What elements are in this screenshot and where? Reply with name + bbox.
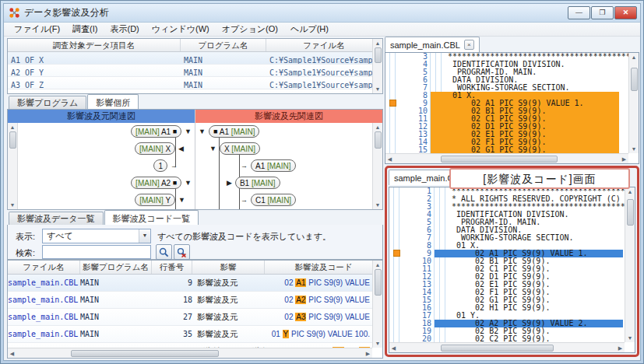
- menu-item[interactable]: ヘルプ(H): [285, 23, 334, 36]
- scroll-thumb[interactable]: [375, 131, 382, 149]
- scroll-down-arrow[interactable]: ▼: [9, 201, 17, 209]
- scroll-up-arrow[interactable]: ▲: [374, 261, 382, 269]
- program-cell: MAIN: [181, 52, 266, 64]
- clear-search-button[interactable]: [174, 244, 190, 260]
- scroll-thumb[interactable]: [71, 350, 219, 357]
- line-number: 4: [389, 211, 431, 219]
- tab-close-icon[interactable]: ×: [464, 40, 474, 50]
- data-item-node[interactable]: C1 [MAIN]: [251, 194, 296, 206]
- data-item-node[interactable]: X [MAIN]: [220, 142, 260, 155]
- line-number: 3: [385, 53, 428, 61]
- data-item-node[interactable]: [MAIN] X: [135, 142, 175, 155]
- menu-item[interactable]: ウィンドウ(W): [146, 23, 215, 36]
- line-number: 5: [389, 219, 431, 226]
- data-item-node[interactable]: [MAIN] Y: [135, 194, 175, 206]
- chevron-down-icon[interactable]: ▼: [139, 229, 150, 243]
- scroll-thumb[interactable]: [441, 156, 558, 163]
- search-input[interactable]: [42, 245, 151, 259]
- maximize-button[interactable]: ❐: [591, 6, 614, 19]
- menu-item[interactable]: オプション(O): [216, 23, 283, 36]
- expand-arrow-icon[interactable]: ◀: [178, 145, 184, 152]
- scroll-right-arrow[interactable]: ▶: [364, 349, 372, 358]
- table-row[interactable]: sample_main.CBL MAIN 9 影響波及元 02 A1 PIC S…: [8, 275, 372, 292]
- column-header-program[interactable]: プログラム名: [181, 39, 266, 51]
- scroll-up-arrow[interactable]: ▲: [9, 123, 17, 131]
- branch-arrow-icon[interactable]: ▼: [199, 128, 206, 135]
- display-filter-select[interactable]: すべて ▼: [42, 229, 151, 243]
- display-filter-value: すべて: [47, 230, 73, 242]
- menu-item[interactable]: ファイル(F): [9, 23, 65, 36]
- scroll-down-arrow[interactable]: ▼: [626, 334, 635, 342]
- impact-type-cell: 影響波及元: [192, 309, 265, 325]
- data-item-node[interactable]: [MAIN] A1 ■: [131, 125, 181, 138]
- scroll-down-arrow[interactable]: ▼: [374, 201, 382, 209]
- table-row[interactable]: A2 OF Y MAIN C:¥Sample1¥Source¥sampl: [8, 65, 372, 77]
- line-number: 1: [389, 187, 431, 195]
- column-header-program[interactable]: 影響プログラム名: [80, 261, 152, 274]
- table-row[interactable]: B1 OF X MAIN C:¥Sample1¥Source¥sampl: [8, 89, 372, 93]
- table-row[interactable]: A3 OF Z MAIN C:¥Sample1¥Source¥sampl: [8, 77, 372, 89]
- scroll-thumb[interactable]: [375, 269, 382, 296]
- scroll-left-arrow[interactable]: ◀: [385, 155, 394, 163]
- expand-arrow-icon[interactable]: ▼: [178, 196, 185, 204]
- table-row[interactable]: sample_main.CBL MAIN 27 影響波及元 02 A3 PIC …: [8, 309, 372, 326]
- scroll-up-arrow[interactable]: ▲: [630, 53, 639, 61]
- data-item-node[interactable]: ■ A1 [MAIN]: [209, 125, 260, 138]
- scroll-thumb[interactable]: [627, 199, 634, 226]
- program-cell: MAIN: [80, 275, 152, 291]
- data-item-node[interactable]: [MAIN] A2 ■: [131, 177, 181, 189]
- column-header-line[interactable]: 行番号: [152, 261, 192, 274]
- scroll-right-arrow[interactable]: ▶: [616, 344, 625, 352]
- scroll-down-arrow[interactable]: ▼: [374, 339, 382, 348]
- scroll-thumb[interactable]: [9, 131, 16, 149]
- column-header-code[interactable]: 影響波及コード: [265, 261, 382, 274]
- tab[interactable]: 影響プログラム: [9, 96, 86, 109]
- tab[interactable]: 影響波及データ一覧: [9, 212, 104, 225]
- impact-table-rows: sample_main.CBL MAIN 9 影響波及元 02 A1 PIC S…: [8, 275, 372, 348]
- dest-diagram-scrollbar: ▲ ▼: [372, 123, 382, 209]
- scroll-thumb[interactable]: [441, 345, 554, 352]
- column-header-file[interactable]: ファイル名: [266, 39, 382, 51]
- branch-arrow-icon[interactable]: →: [241, 196, 248, 204]
- code-text: 02 G1 PIC S9(9).: [431, 146, 619, 153]
- branch-arrow-icon[interactable]: →: [241, 162, 248, 170]
- scroll-up-arrow[interactable]: ▲: [374, 39, 382, 47]
- search-button[interactable]: [156, 244, 172, 260]
- diagram-row: → A1 [MAIN]: [241, 159, 296, 172]
- branch-arrow-icon[interactable]: ▼: [209, 145, 216, 152]
- menu-item[interactable]: 表示(D): [104, 23, 144, 36]
- table-row[interactable]: sample_main.CBL MAIN 35 影響波及元 01 Y PIC S…: [8, 326, 372, 343]
- scroll-left-arrow[interactable]: ◀: [8, 349, 16, 358]
- data-item-node[interactable]: B1 [MAIN]: [235, 177, 280, 189]
- table-row[interactable]: sample_main.CBL MAIN 18 影響波及元 02 A2 PIC …: [8, 292, 372, 309]
- table-row[interactable]: A1 OF X MAIN C:¥Sample1¥Source¥sampl: [8, 52, 372, 65]
- impact-table-header: ファイル名 影響プログラム名 行番号 影響 影響波及コード: [8, 261, 382, 275]
- scroll-up-arrow[interactable]: ▲: [374, 123, 382, 131]
- minimize-button[interactable]: —: [568, 6, 590, 19]
- data-item-node[interactable]: A1 [MAIN]: [251, 159, 296, 172]
- diagram-row: 1 →: [153, 159, 178, 172]
- scroll-left-arrow[interactable]: ◀: [389, 344, 398, 352]
- source-code-editor: 3 **************************************…: [385, 52, 639, 164]
- data-item-cell: A1 OF X: [8, 52, 181, 64]
- menu-item[interactable]: 調査(I): [67, 23, 103, 36]
- branch-arrow-icon[interactable]: ▶: [227, 179, 232, 187]
- expand-arrow-icon[interactable]: →: [171, 162, 178, 170]
- editor-tab[interactable]: sample_main.CBL ×: [385, 37, 480, 52]
- expand-arrow-icon[interactable]: ▼: [185, 179, 192, 187]
- column-header-impact[interactable]: 影響: [192, 261, 265, 274]
- tab[interactable]: 影響波及コード一覧: [104, 210, 199, 225]
- scroll-thumb[interactable]: [631, 68, 638, 91]
- data-item-node[interactable]: 1: [153, 159, 167, 172]
- tab[interactable]: 影響個所: [87, 94, 139, 109]
- scroll-down-arrow[interactable]: ▼: [630, 145, 639, 153]
- scroll-right-arrow[interactable]: ▶: [620, 155, 628, 163]
- expand-arrow-icon[interactable]: ▼: [185, 128, 192, 135]
- line-number-cell: 9: [152, 275, 192, 291]
- scroll-down-arrow[interactable]: ▼: [374, 85, 382, 93]
- column-header-file[interactable]: ファイル名: [8, 261, 80, 274]
- column-header-item[interactable]: 調査対象データ項目名: [8, 39, 181, 51]
- close-button[interactable]: ✕: [614, 6, 637, 19]
- app-icon: [9, 7, 20, 19]
- scroll-thumb[interactable]: [375, 47, 382, 63]
